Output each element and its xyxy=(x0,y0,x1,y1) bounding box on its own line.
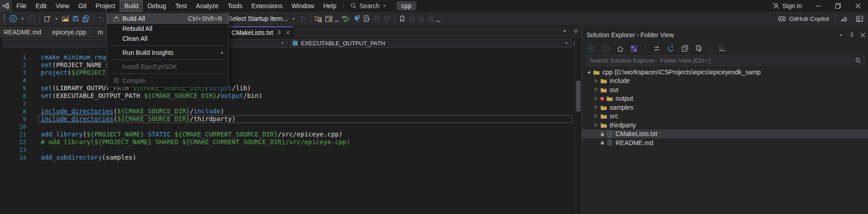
pin-tab-icon[interactable] xyxy=(276,30,282,35)
menu-extensions[interactable]: Extensions xyxy=(247,0,287,12)
editor-scrollbar[interactable] xyxy=(575,39,582,214)
bookmark-button[interactable] xyxy=(398,15,407,23)
show-all-files-button[interactable] xyxy=(694,44,704,53)
menu-item-clean-all[interactable]: Clean All xyxy=(107,34,228,44)
sync-arrows-button[interactable] xyxy=(652,44,662,53)
code-line-7[interactable]: 7 xyxy=(0,100,575,107)
switch-views-button[interactable] xyxy=(629,44,639,53)
code-line-9[interactable]: 9include_directories(${CMAKE_SOURCE_DIR}… xyxy=(0,115,575,123)
close-tab-icon[interactable] xyxy=(286,30,290,35)
code-line-3[interactable]: 3project(${PROJECT_ xyxy=(0,69,575,77)
window-position-chevron-icon[interactable] xyxy=(839,33,844,38)
tree-item-out[interactable]: out xyxy=(582,85,868,94)
menu-item-build-all[interactable]: Build AllCtrl+Shift+B xyxy=(107,14,228,24)
editor-options-gear-icon[interactable] xyxy=(573,28,579,34)
tab-epiceye-cpp[interactable]: epiceye.cpp xyxy=(45,26,93,38)
track-active-item-button[interactable] xyxy=(717,44,727,53)
refresh-button[interactable] xyxy=(666,44,676,53)
copilot-badge[interactable]: GitHub Copilot xyxy=(778,14,868,23)
menu-debug[interactable]: Debug xyxy=(143,0,170,12)
toolbar-overflow-icon[interactable] xyxy=(436,21,440,22)
navigate-forward-button[interactable] xyxy=(601,44,611,54)
code-line-11[interactable]: 11add_library(${PROJECT_NAME} STATIC ${C… xyxy=(0,131,575,138)
menu-window[interactable]: Window xyxy=(287,0,319,12)
code-line-14[interactable]: 14add_subdirectory(samples) xyxy=(0,154,575,161)
share-icon[interactable] xyxy=(840,15,848,23)
code-line-12[interactable]: 12# add_library(${PROJECT_NAME} SHARED $… xyxy=(0,138,575,146)
code-line-5[interactable]: 5set(LIBRARY_OUTPUT_PATH ${CMAKE_SOURCE_… xyxy=(0,84,575,92)
code-line-10[interactable]: 10 xyxy=(0,123,575,131)
pin-icon[interactable] xyxy=(849,32,855,38)
start-without-debugging-button[interactable] xyxy=(299,15,308,23)
menu-item-rebuild-all[interactable]: Rebuild All xyxy=(107,24,228,34)
tree-item-cpp-d-workspaces-csprojects-ep[interactable]: cpp (D:\workspaces\CSProjects\epics\epic… xyxy=(582,68,868,77)
menu-view[interactable]: View xyxy=(51,0,74,12)
tree-item-include[interactable]: include xyxy=(582,77,868,86)
sign-in-button[interactable]: Sign in xyxy=(766,2,808,10)
code-line-13[interactable]: 13 xyxy=(0,146,575,154)
code-line-2[interactable]: 2set(PROJECT_NAME Ep xyxy=(0,61,575,69)
navigate-back-button[interactable] xyxy=(586,44,596,54)
expander-collapsed-icon[interactable] xyxy=(592,122,599,127)
new-item-button[interactable] xyxy=(42,14,53,24)
home-button[interactable] xyxy=(616,44,625,53)
caret-down-button[interactable] xyxy=(19,15,26,22)
menu-build[interactable]: Build xyxy=(120,0,143,12)
code-line-1[interactable]: 1cmake_minimum_requ xyxy=(0,54,575,61)
expander-collapsed-icon[interactable] xyxy=(592,87,599,92)
expander-collapsed-icon[interactable] xyxy=(592,96,599,101)
bookmark-clear-button[interactable] xyxy=(426,15,436,23)
menu-help[interactable]: Help xyxy=(319,0,341,12)
find-in-files-button[interactable] xyxy=(313,14,324,24)
search-box[interactable]: Search xyxy=(347,2,390,10)
solution-search-box[interactable] xyxy=(586,55,864,66)
indent-increase-button[interactable] xyxy=(382,14,393,24)
scrollbar-thumb[interactable] xyxy=(576,81,581,112)
navigate-back-button[interactable] xyxy=(8,14,19,24)
expander-collapsed-icon[interactable] xyxy=(592,114,599,119)
navbar-symbol-dropdown[interactable]: {} EXECUTABLE_OUTPUT_PATH xyxy=(289,39,572,48)
expander-collapsed-icon[interactable] xyxy=(592,78,599,83)
toolbar-overflow-icon[interactable] xyxy=(335,21,339,22)
caret-down-button[interactable] xyxy=(53,15,60,22)
tab-readme-md[interactable]: README.md xyxy=(0,26,45,38)
collapse-all-button[interactable] xyxy=(680,44,690,53)
expander-collapsed-icon[interactable] xyxy=(592,105,599,110)
undo-button[interactable] xyxy=(96,14,107,24)
expander-expanded-icon[interactable] xyxy=(585,69,592,74)
menu-git[interactable]: Git xyxy=(74,0,91,12)
toolbar-grip[interactable] xyxy=(3,15,5,23)
solution-search-input[interactable] xyxy=(589,57,855,64)
bookmark-next-button[interactable] xyxy=(417,15,426,23)
menu-tools[interactable]: Tools xyxy=(223,0,247,12)
tab-list-chevron-icon[interactable] xyxy=(562,29,567,34)
menu-item-run-build-insights[interactable]: Run Build Insights xyxy=(107,48,228,58)
code-line-8[interactable]: 8include_directories(${CMAKE_SOURCE_DIR}… xyxy=(0,107,575,115)
document-outline-button[interactable] xyxy=(362,14,372,23)
tree-item-thirdparty[interactable]: thirdparty xyxy=(582,121,868,130)
code-line-6[interactable]: 6set(EXECUTABLE_OUTPUT_PATH ${CMAKE_SOUR… xyxy=(0,92,575,100)
indent-decrease-button[interactable] xyxy=(372,14,382,24)
pointer-button[interactable] xyxy=(351,14,362,24)
close-icon[interactable] xyxy=(860,33,865,38)
save-all-button[interactable] xyxy=(81,14,91,24)
feedback-icon[interactable] xyxy=(856,15,863,23)
properties-window-button[interactable] xyxy=(324,14,334,24)
close-button[interactable] xyxy=(848,0,868,12)
tree-item-src[interactable]: src xyxy=(582,112,868,121)
menu-edit[interactable]: Edit xyxy=(31,0,51,12)
code-editor[interactable]: 1cmake_minimum_requ2set(PROJECT_NAME Ep3… xyxy=(0,48,575,214)
menu-file[interactable]: File xyxy=(12,0,31,12)
open-folder-button[interactable] xyxy=(60,14,71,24)
navigate-forward-button[interactable] xyxy=(26,14,37,24)
bookmark-prev-button[interactable] xyxy=(407,15,417,23)
spell-check-button[interactable]: abc xyxy=(340,14,351,24)
tree-item-cmakelists-txt[interactable]: CMakeLists.txt xyxy=(582,130,868,139)
tree-item-output[interactable]: output xyxy=(582,94,868,103)
code-line-4[interactable]: 4 xyxy=(0,77,575,84)
tree-item-readme-md[interactable]: README.md xyxy=(582,138,868,147)
restore-button[interactable] xyxy=(828,0,848,12)
tab-cmakelists-txt[interactable]: CMakeLists.txt xyxy=(229,26,293,38)
menu-project[interactable]: Project xyxy=(91,0,120,12)
tree-item-samples[interactable]: samples xyxy=(582,103,868,112)
